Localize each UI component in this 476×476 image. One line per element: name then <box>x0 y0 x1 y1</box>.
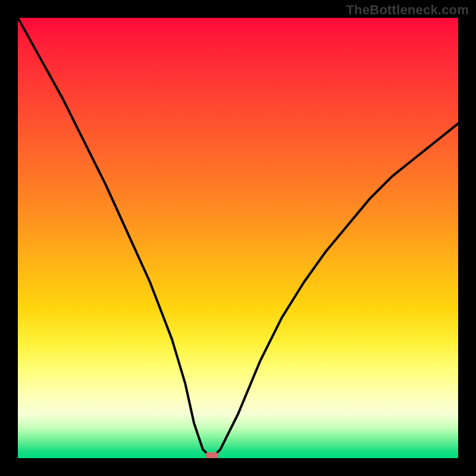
bottleneck-curve <box>18 18 458 458</box>
curve-path <box>18 18 458 458</box>
optimal-marker <box>205 452 218 458</box>
plot-area <box>18 18 458 458</box>
watermark-text: TheBottleneck.com <box>346 2 469 18</box>
chart-frame: TheBottleneck.com <box>0 0 476 476</box>
